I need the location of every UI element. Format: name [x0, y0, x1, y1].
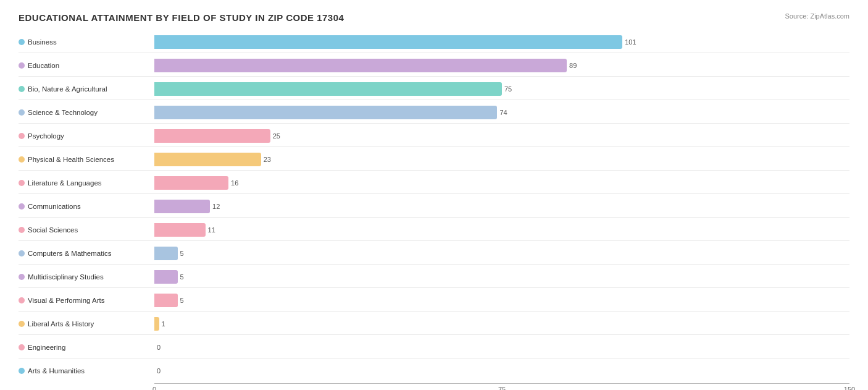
bar-label-text: Multidisciplinary Studies [28, 273, 104, 281]
bar-label: Arts & Humanities [19, 367, 154, 375]
bar-row: Social Sciences11 [19, 219, 849, 241]
source-credit: Source: ZipAtlas.com [785, 12, 849, 20]
bar-container: 5 [154, 247, 849, 260]
bar-value-label: 16 [228, 179, 238, 187]
bar-fill [154, 82, 502, 96]
bar-fill [154, 317, 159, 331]
bar-fill [154, 176, 228, 190]
bar-fill [154, 200, 210, 213]
bar-row: Communications12 [19, 195, 849, 218]
bar-fill [154, 35, 622, 49]
bar-label: Multidisciplinary Studies [19, 273, 154, 281]
bar-dot [19, 297, 25, 303]
bar-row: Arts & Humanities0 [19, 360, 849, 382]
bar-dot [19, 274, 25, 280]
chart-area: Business101Education89Bio, Nature & Agri… [19, 31, 849, 390]
bar-dot [19, 133, 25, 139]
bar-label: Bio, Nature & Agricultural [19, 85, 154, 93]
bar-label-text: Communications [28, 203, 81, 210]
bar-value-label: 5 [178, 250, 184, 257]
bar-value-label: 11 [206, 226, 215, 234]
bar-label-text: Engineering [28, 344, 65, 351]
bar-fill [154, 294, 178, 307]
bar-label: Engineering [19, 344, 154, 351]
bar-label: Social Sciences [19, 226, 154, 234]
bar-label: Literature & Languages [19, 179, 154, 187]
bar-label: Psychology [19, 132, 154, 140]
x-axis-tick: 75 [498, 386, 506, 390]
bar-dot [19, 62, 25, 69]
bar-row: Multidisciplinary Studies5 [19, 266, 849, 288]
bar-fill [154, 129, 270, 143]
bar-label-text: Computers & Mathematics [28, 250, 112, 257]
bar-value-label: 5 [178, 297, 184, 304]
bar-dot [19, 156, 25, 163]
bar-container: 11 [154, 223, 849, 237]
bar-value-label: 5 [178, 273, 184, 281]
bar-dot [19, 344, 25, 350]
bar-fill [154, 106, 497, 119]
bar-container: 5 [154, 294, 849, 307]
bar-container: 89 [154, 59, 849, 72]
bar-label-text: Bio, Nature & Agricultural [28, 85, 107, 93]
bar-row: Education89 [19, 54, 849, 77]
bar-fill [154, 247, 178, 260]
bar-container: 23 [154, 153, 849, 166]
bar-fill [154, 223, 206, 237]
bar-dot [19, 86, 25, 92]
bar-value-label: 75 [502, 85, 512, 93]
bar-value-label: 25 [270, 132, 280, 140]
bars-container: Business101Education89Bio, Nature & Agri… [19, 31, 849, 382]
bar-dot [19, 39, 25, 45]
bar-label: Liberal Arts & History [19, 320, 154, 328]
bar-label: Science & Technology [19, 109, 154, 116]
bar-row: Visual & Performing Arts5 [19, 289, 849, 312]
bar-container: 0 [154, 341, 849, 354]
bar-value-label: 0 [154, 367, 161, 375]
bar-value-label: 74 [497, 109, 507, 116]
bar-container: 12 [154, 200, 849, 213]
bar-row: Liberal Arts & History1 [19, 313, 849, 335]
bar-value-label: 12 [210, 203, 220, 210]
bar-value-label: 89 [567, 62, 577, 69]
bar-label-text: Science & Technology [28, 109, 98, 116]
bar-container: 25 [154, 129, 849, 143]
bar-label-text: Physical & Health Sciences [28, 156, 114, 163]
bar-label: Communications [19, 203, 154, 210]
bar-fill [154, 270, 178, 284]
bar-label-text: Psychology [28, 132, 64, 140]
bar-container: 0 [154, 364, 849, 378]
bar-value-label: 1 [159, 320, 165, 328]
bar-dot [19, 321, 25, 327]
chart-title: EDUCATIONAL ATTAINMENT BY FIELD OF STUDY… [19, 12, 344, 23]
bar-container: 74 [154, 106, 849, 119]
bar-row: Engineering0 [19, 336, 849, 358]
bar-value-label: 101 [622, 38, 636, 46]
bar-container: 5 [154, 270, 849, 284]
bar-dot [19, 250, 25, 256]
bar-label: Business [19, 38, 154, 46]
bar-fill [154, 59, 567, 72]
bar-label-text: Education [28, 62, 59, 69]
bar-label: Visual & Performing Arts [19, 297, 154, 304]
bar-dot [19, 368, 25, 374]
bar-dot [19, 109, 25, 116]
x-axis-tick: 0 [152, 386, 156, 390]
bar-fill [154, 153, 261, 166]
bar-row: Psychology25 [19, 125, 849, 147]
bar-container: 1 [154, 317, 849, 331]
bar-row: Bio, Nature & Agricultural75 [19, 78, 849, 100]
bar-label-text: Arts & Humanities [28, 367, 85, 375]
bar-label-text: Liberal Arts & History [28, 320, 94, 328]
bar-label: Physical & Health Sciences [19, 156, 154, 163]
bar-label: Computers & Mathematics [19, 250, 154, 257]
bar-row: Computers & Mathematics5 [19, 242, 849, 265]
bar-label-text: Visual & Performing Arts [28, 297, 104, 304]
bar-row: Business101 [19, 31, 849, 53]
bar-label-text: Social Sciences [28, 226, 78, 234]
x-axis-tick: 150 [844, 386, 855, 390]
bar-row: Science & Technology74 [19, 101, 849, 124]
bar-value-label: 0 [154, 344, 161, 351]
bar-row: Literature & Languages16 [19, 172, 849, 194]
bar-label: Education [19, 62, 154, 69]
